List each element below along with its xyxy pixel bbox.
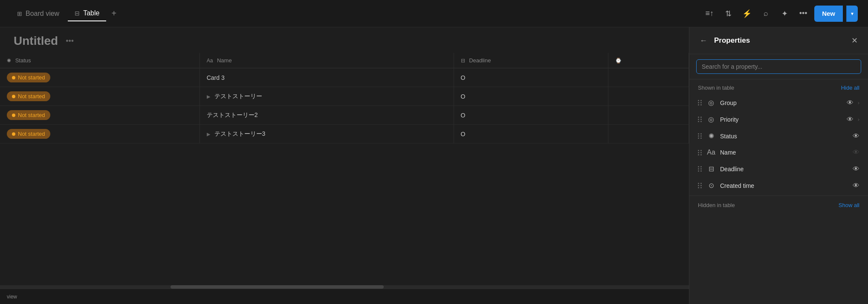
status-badge: Not started	[7, 73, 50, 82]
priority-prop-label: Priority	[720, 116, 842, 123]
tab-board[interactable]: ⊞ Board view	[10, 6, 66, 21]
status-dot	[12, 76, 15, 79]
expand-icon[interactable]: ▶	[207, 94, 210, 99]
table-row[interactable]: Not started テストストーリー2 O	[0, 106, 689, 125]
data-table: ✺ Status Aa Name ⊟ Deadline ⌚	[0, 53, 689, 143]
sort-icon: ⇅	[725, 9, 732, 18]
group-chevron-icon: ›	[858, 99, 859, 106]
created-time-prop-icon: ⊙	[706, 181, 716, 190]
cell-created	[608, 87, 689, 106]
col-deadline[interactable]: ⊟ Deadline	[454, 53, 608, 68]
priority-chevron-icon: ›	[858, 116, 859, 123]
table-row[interactable]: Not started ▶ テストストーリー O	[0, 87, 689, 106]
status-badge: Not started	[7, 129, 50, 139]
deadline-visibility-icon[interactable]: 👁	[853, 165, 859, 173]
more-button[interactable]: •••	[796, 6, 811, 21]
more-icon: •••	[799, 9, 807, 18]
filter-button[interactable]: ≡↑	[702, 6, 717, 21]
hide-all-button[interactable]: Hide all	[841, 85, 859, 91]
drag-handle[interactable]	[698, 133, 702, 139]
expand-icon[interactable]: ▶	[207, 132, 210, 137]
priority-visibility-icon[interactable]: 👁	[847, 116, 854, 123]
lightning-icon: ⚡	[742, 9, 752, 18]
add-view-button[interactable]: +	[108, 7, 120, 20]
lightning-button[interactable]: ⚡	[739, 6, 755, 21]
name-visibility-icon[interactable]: 👁	[853, 149, 859, 156]
drag-handle[interactable]	[698, 117, 702, 122]
table-body: Not started Card 3 O Not	[0, 68, 689, 143]
priority-prop-icon: ◎	[706, 115, 716, 123]
cell-deadline: O	[454, 125, 608, 143]
tab-table-label: Table	[83, 9, 99, 17]
property-list: ◎ Group 👁 › ◎ Priority 👁 ›	[689, 94, 868, 304]
col-created[interactable]: ⌚	[608, 53, 689, 68]
shown-section-label: Shown in table	[698, 85, 734, 91]
cell-created	[608, 68, 689, 87]
hidden-section-label: Hidden in table	[698, 202, 735, 208]
property-item-deadline[interactable]: ⊟ Deadline 👁	[689, 161, 868, 177]
drag-handle[interactable]	[698, 150, 702, 155]
board-icon: ⊞	[17, 10, 22, 17]
panel-search	[689, 54, 868, 79]
created-time-visibility-icon[interactable]: 👁	[853, 182, 859, 190]
nav-actions: ≡↑ ⇅ ⚡ ⌕ ✦ ••• New ▾	[702, 6, 858, 22]
new-button[interactable]: New	[814, 6, 843, 22]
search-icon: ⌕	[764, 9, 768, 18]
table-icon: ⊟	[75, 10, 80, 17]
deadline-prop-icon: ⊟	[706, 165, 716, 173]
bottom-bar: view	[0, 289, 689, 304]
cell-status: Not started	[0, 125, 200, 143]
tab-table[interactable]: ⊟ Table	[68, 6, 106, 21]
sort-button[interactable]: ⇅	[720, 6, 736, 21]
status-prop-icon: ✺	[706, 132, 716, 140]
panel-close-button[interactable]: ✕	[850, 34, 859, 47]
table-row[interactable]: Not started Card 3 O	[0, 68, 689, 87]
col-name[interactable]: Aa Name	[200, 53, 454, 68]
shown-section-header: Shown in table Hide all	[689, 79, 868, 94]
table-wrapper[interactable]: ✺ Status Aa Name ⊟ Deadline ⌚	[0, 53, 689, 285]
group-visibility-icon[interactable]: 👁	[847, 99, 854, 107]
group-prop-icon: ◎	[706, 99, 716, 107]
drag-handle[interactable]	[698, 183, 702, 188]
status-col-icon: ✺	[7, 58, 11, 64]
property-item-status[interactable]: ✺ Status 👁	[689, 128, 868, 144]
status-dot	[12, 132, 15, 136]
property-item-name[interactable]: Aa Name 👁	[689, 144, 868, 161]
deadline-col-icon: ⊟	[461, 58, 465, 64]
new-dropdown-button[interactable]: ▾	[846, 6, 858, 22]
cell-name: Card 3	[200, 68, 454, 87]
cell-deadline: O	[454, 68, 608, 87]
property-item-group[interactable]: ◎ Group 👁 ›	[689, 94, 868, 111]
title-more-icon: •••	[66, 37, 74, 45]
scrollbar-thumb[interactable]	[171, 285, 384, 289]
cell-status: Not started	[0, 68, 200, 87]
bottom-view-label[interactable]: view	[7, 294, 17, 300]
show-all-button[interactable]: Show all	[839, 202, 859, 208]
scrollbar-area[interactable]	[0, 285, 689, 289]
cell-name: ▶ テストストーリー	[200, 87, 454, 106]
search-button[interactable]: ⌕	[758, 6, 773, 21]
property-search-input[interactable]	[696, 59, 861, 74]
name-prop-icon: Aa	[706, 149, 716, 156]
created-col-icon: ⌚	[615, 58, 622, 64]
top-nav: ⊞ Board view ⊟ Table + ≡↑ ⇅ ⚡ ⌕ ✦ ••• Ne…	[0, 0, 868, 27]
group-prop-label: Group	[720, 99, 842, 106]
cell-status: Not started	[0, 87, 200, 106]
style-button[interactable]: ✦	[777, 6, 792, 21]
page-title: Untitled	[14, 34, 58, 48]
title-more-button[interactable]: •••	[62, 35, 77, 47]
cell-name: ▶ テストストーリー3	[200, 125, 454, 143]
col-status[interactable]: ✺ Status	[0, 53, 200, 68]
drag-handle[interactable]	[698, 100, 702, 105]
property-item-priority[interactable]: ◎ Priority 👁 ›	[689, 111, 868, 128]
property-item-created-time[interactable]: ⊙ Created time 👁	[689, 177, 868, 194]
cell-name: テストストーリー2	[200, 106, 454, 125]
panel-back-button[interactable]: ←	[698, 35, 709, 47]
status-dot	[12, 114, 15, 117]
status-visibility-icon[interactable]: 👁	[853, 132, 859, 140]
drag-handle[interactable]	[698, 166, 702, 172]
cell-created	[608, 106, 689, 125]
table-row[interactable]: Not started ▶ テストストーリー3 O	[0, 125, 689, 143]
status-badge: Not started	[7, 110, 50, 120]
back-arrow-icon: ←	[700, 36, 707, 45]
